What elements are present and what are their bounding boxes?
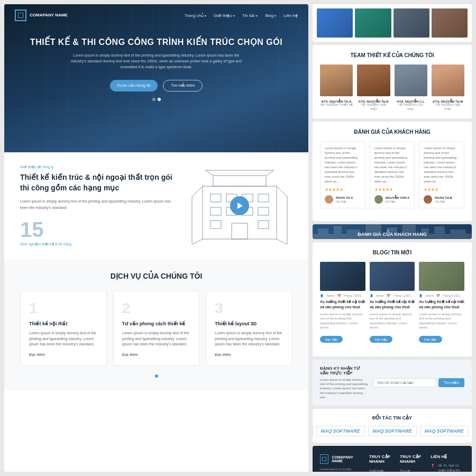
user-icon-1: 👤: [320, 294, 324, 297]
footer-grid: COMAPANY NAME Lorem ipsum is simply dumm…: [320, 454, 464, 472]
svg-line-19: [205, 170, 213, 176]
footer-logo-icon: [320, 454, 328, 464]
service-title-1: Thiết kế nội thất: [29, 321, 98, 326]
blog-btn-2[interactable]: Đọc tiếp: [370, 336, 392, 343]
team-role-4: TỔ TRƯỞNG NỘI THẤT: [432, 103, 464, 111]
svg-rect-9: [258, 207, 269, 215]
svg-line-14: [277, 186, 287, 197]
section-dot-1[interactable]: [155, 374, 158, 378]
footer-desc: Lorem ipsum is simply dummy text of the …: [320, 467, 362, 472]
top-img-placeholder-2: [355, 8, 391, 38]
service-desc-2: Lorem ipsum is simply dummy text of the …: [122, 331, 191, 347]
partners-title: ĐỐI TÁC TIN CẬY: [320, 415, 464, 420]
nav-home[interactable]: Trang chủ ▾: [185, 13, 206, 18]
review-stars-1: ★★★★★: [325, 187, 361, 192]
footer-link-2-1[interactable]: Tin tức: [400, 468, 423, 472]
blog-btn-1[interactable]: Đọc tiếp: [320, 336, 343, 343]
play-button[interactable]: [230, 196, 249, 215]
svg-rect-1: [213, 176, 266, 186]
team-avatar-4: [432, 65, 464, 96]
team-avatar-2: [357, 65, 390, 96]
intro-left: Giới thiệu về công ty Thiết kế kiến trúc…: [20, 165, 176, 246]
team-role-1: TỔ TRƯỞNG THIẾT KẾ: [320, 103, 353, 107]
review-text-2: Lorem ipsum is simply dummy text of the …: [374, 146, 410, 184]
top-img-2: [355, 8, 391, 38]
blog-post-title-2: Xu hướng thiết kế nội thất và văn phòng …: [370, 299, 415, 310]
newsletter-submit-btn[interactable]: Tìm kiếm: [438, 378, 464, 387]
blog-img-3: [419, 262, 464, 291]
reviewer-info-1: PHAN TH.A Hà Nội: [336, 196, 353, 203]
service-title-2: Tư vấn phong cách thiết kế: [122, 321, 191, 326]
partners-section: ĐỐI TÁC TIN CẬY MAQSOFTWARE MAQSOFTWARE …: [313, 409, 472, 443]
reviewer-title-3: Hà Nội: [435, 199, 452, 203]
svg-rect-24: [334, 226, 342, 234]
logo-inner: [18, 13, 23, 18]
navbar: COMAPANY NAME Trang chủ ▾ Giới thiệu ▾ T…: [4, 4, 308, 26]
newsletter-email-input[interactable]: [373, 378, 436, 387]
nav-news-arrow: ▾: [256, 14, 258, 17]
nav-home-arrow: ▾: [205, 14, 206, 17]
svg-rect-29: [421, 228, 429, 234]
blog-btn-3[interactable]: Đọc tiếp: [419, 336, 442, 343]
calendar-icon-1: 📅: [337, 294, 341, 297]
footer-logo-area: COMAPANY NAME: [320, 454, 362, 464]
nav-news[interactable]: Tin tức ▾: [242, 13, 258, 18]
nav-contact[interactable]: Liên hệ: [283, 13, 298, 18]
footer-col-contact: LIÊN HỆ 📍 Số 45, Ngõ 12, Quận Đống Đa, H…: [431, 454, 464, 472]
team-card-4: KTS. NGUYỄN TH.M TỔ TRƯỞNG NỘI THẤT: [432, 65, 464, 111]
hero-buttons: Dự án của chúng tôi Tìm hiểu thêm: [20, 80, 292, 91]
reviews-section: ĐÁNH GIÁ CỦA KHÁCH HÀNG Lorem ipsum is s…: [313, 122, 472, 221]
svg-rect-5: [258, 194, 269, 202]
team-card-1: KTS. NGUYỄN TH.A TỔ TRƯỞNG THIẾT KẾ: [320, 65, 353, 111]
reviews-title: ĐÁNH GIÁ CỦA KHÁCH HÀNG: [320, 129, 464, 135]
hero-title: THIẾT KẾ & THI CÔNG CÔNG TRÌNH KIẾN TRÚC…: [20, 37, 292, 47]
team-role-2: TỔ TRƯỞNG NỘI THẤT: [357, 103, 390, 111]
footer-link-1-1[interactable]: Giới thiệu: [369, 468, 392, 472]
reviewer-title-2: Hà Nội: [386, 199, 410, 203]
hero-content: THIẾT KẾ & THI CÔNG CÔNG TRÌNH KIẾN TRÚC…: [4, 26, 308, 112]
reviewer-name-1: PHAN TH.A: [336, 196, 353, 199]
svg-line-20: [266, 170, 274, 176]
hero-dot-2[interactable]: [158, 98, 161, 101]
footer-col-links2: TRUY CẬP NHANH Tin tức Blog Tuyển dụng L…: [400, 454, 423, 472]
hero-primary-btn[interactable]: Dự án của chúng tôi: [110, 80, 158, 91]
partners-grid: MAQSOFTWARE MAQSOFTWARE MAQSOFTWARE MAQS…: [320, 426, 464, 436]
service-card-3: 3 Thiết kế layout 3D Lorem ipsum is simp…: [206, 291, 292, 366]
intro-label: Giới thiệu về công ty: [20, 165, 176, 169]
team-section: TEAM THIẾT KẾ CỦA CHÚNG TÔI KTS. NGUYỄN …: [313, 45, 472, 118]
team-card-3: KTS. NGUYỄN C.L TỔ TRƯỞNG CÁC MỤC: [395, 65, 427, 111]
partner-logo-4: MAQSOFTWARE: [420, 426, 469, 436]
svg-rect-31: [450, 230, 466, 234]
nav-about[interactable]: Giới thiệu ▾: [214, 13, 235, 18]
blog-meta-2: 👤 Admin 📅 Tháng 1,2021: [370, 294, 415, 297]
top-img-placeholder-3: [393, 8, 429, 38]
partner-logo-3: MAQSOFTWARE: [368, 426, 417, 436]
hero-outline-btn[interactable]: Tìm hiểu thêm: [163, 80, 203, 91]
services-title: DỊCH VỤ CỦA CHÚNG TÔI: [20, 272, 292, 280]
newsletter-text: ĐĂNG KÝ NHẬN TƯ VẤN TRỰC TIẾP Lorem ipsu…: [320, 366, 368, 400]
svg-rect-23: [318, 228, 328, 234]
service-link-1[interactable]: Đọc thêm: [29, 353, 98, 357]
nav-blog[interactable]: Blog ▾: [265, 13, 276, 18]
hero-dot-1[interactable]: [152, 98, 155, 101]
top-img-4: [432, 8, 468, 38]
service-link-3[interactable]: Đọc thêm: [215, 353, 283, 357]
service-link-2[interactable]: Đọc thêm: [122, 353, 191, 357]
blog-title: BLOG/ TIN MỚI: [320, 250, 464, 255]
footer-logo-text: COMAPANY NAME: [332, 455, 362, 463]
blog-post-title-1: Xu hướng thiết kế nội thất và văn phòng …: [320, 299, 365, 310]
partner-software-4: SOFTWARE: [437, 428, 464, 434]
partner-mag-3: MAQ: [373, 428, 384, 434]
team-grid: KTS. NGUYỄN TH.A TỔ TRƯỞNG THIẾT KẾ KTS.…: [320, 65, 464, 111]
service-num-3: 3: [215, 300, 283, 317]
intro-title: Thiết kế kiến trúc & nội ngoại thất trọn…: [20, 172, 176, 193]
svg-rect-2: [210, 194, 221, 202]
service-desc-1: Lorem ipsum is simply dummy text of the …: [29, 331, 98, 347]
nav-contact-label: Liên hệ: [283, 13, 298, 18]
svg-rect-6: [210, 207, 221, 215]
logo-icon: [15, 10, 26, 21]
svg-rect-12: [232, 223, 248, 239]
service-num-2: 2: [122, 300, 191, 317]
hero-dots: [20, 98, 292, 101]
section-dots: [20, 374, 292, 378]
